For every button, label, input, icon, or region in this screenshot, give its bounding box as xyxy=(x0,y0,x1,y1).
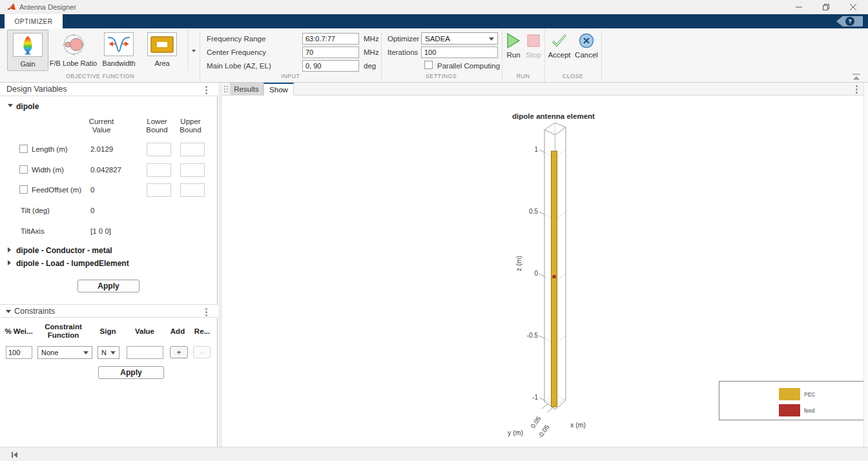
plot-legend: PEC feed xyxy=(719,381,868,420)
feedoffset-current-value: 0 xyxy=(90,186,94,194)
main-lobe-label: Main Lobe (AZ, EL) xyxy=(207,60,271,72)
col-upper-bound: Upper Bound xyxy=(176,118,205,134)
accept-label: Accept xyxy=(548,51,570,59)
objective-bandwidth-label: Bandwidth xyxy=(102,59,135,67)
col-constraint-function: Constraint Function xyxy=(37,323,90,340)
feedoffset-checkbox[interactable] xyxy=(19,185,28,194)
constraint-function-value: None xyxy=(41,349,58,356)
matlab-logo-icon xyxy=(6,3,17,12)
restore-button[interactable] xyxy=(816,0,836,14)
cancel-label: Cancel xyxy=(575,51,598,59)
dipole-strip xyxy=(552,151,557,407)
chevron-down-icon xyxy=(489,37,494,43)
window-title: Antenna Designer xyxy=(19,0,76,14)
col-current-value: Current Value xyxy=(83,118,120,134)
collapse-panel-icon[interactable] xyxy=(11,451,18,458)
tree-node-dipole[interactable]: dipole xyxy=(0,101,218,112)
z-axis-label: z (m) xyxy=(515,256,522,271)
tiltaxis-label: TiltAxis xyxy=(21,227,45,235)
kebab-menu-icon[interactable] xyxy=(205,86,207,88)
tab-optimizer[interactable]: OPTIMIZER xyxy=(5,14,63,28)
width-current-value: 0.042827 xyxy=(90,166,121,174)
constraint-value-input[interactable] xyxy=(127,346,163,359)
tree-node-conductor[interactable]: dipole - Conductor - metal xyxy=(0,245,218,256)
stop-icon xyxy=(527,33,540,48)
area-icon xyxy=(147,32,177,56)
z-tick-m1: -1 xyxy=(532,394,538,401)
width-checkbox[interactable] xyxy=(19,165,28,174)
tab-show[interactable]: Show xyxy=(264,83,294,96)
objective-bandwidth-button[interactable]: Bandwidth xyxy=(99,30,138,71)
y-tick-m0p05: -0.05 xyxy=(537,423,551,439)
close-window-button[interactable] xyxy=(843,0,863,14)
tab-show-label: Show xyxy=(269,86,288,94)
objective-gallery-dropdown[interactable] xyxy=(188,30,199,71)
section-divider xyxy=(200,30,200,82)
tree-node-load[interactable]: dipole - Load - lumpedElement xyxy=(0,258,218,269)
main-lobe-input[interactable] xyxy=(302,60,359,72)
width-upper-bound-input[interactable] xyxy=(180,163,205,177)
y-axis-label: y (m) xyxy=(508,429,523,436)
parallel-computing-label: Parallel Computing xyxy=(437,60,500,72)
sign-dropdown[interactable]: N xyxy=(98,346,119,359)
cancel-icon xyxy=(579,33,594,48)
close-section-label: CLOSE xyxy=(544,73,601,82)
collapse-triangle-icon[interactable] xyxy=(6,310,11,316)
objective-area-button[interactable]: Area xyxy=(140,30,185,71)
left-panel: Design Variables dipole Current Value Lo… xyxy=(0,83,218,447)
design-variables-apply-button[interactable]: Apply xyxy=(78,280,140,292)
help-icon: ? xyxy=(845,17,854,26)
center-frequency-input[interactable] xyxy=(302,46,359,58)
tab-results[interactable]: Results xyxy=(230,83,264,96)
width-lower-bound-input[interactable] xyxy=(147,163,171,177)
objective-area-label: Area xyxy=(154,59,169,67)
center-frequency-label: Center Frequency xyxy=(207,46,266,58)
parallel-computing-checkbox[interactable] xyxy=(424,61,433,69)
legend-swatch-feed xyxy=(779,404,800,416)
length-upper-bound-input[interactable] xyxy=(180,143,205,156)
viewer-panel: Results Show dipole antenna element xyxy=(222,83,863,447)
tree-node-dipole-label: dipole xyxy=(16,102,39,111)
z-tick-1: 1 xyxy=(534,146,538,153)
remove-constraint-button[interactable]: - xyxy=(193,346,211,358)
title-bar: Antenna Designer xyxy=(0,0,868,14)
constraints-apply-button[interactable]: Apply xyxy=(98,366,164,379)
collapse-triangle-icon xyxy=(8,104,13,110)
run-button[interactable]: Run xyxy=(504,33,522,59)
tab-optimizer-label: OPTIMIZER xyxy=(15,18,53,25)
kebab-menu-icon[interactable] xyxy=(856,85,858,87)
iterations-input[interactable] xyxy=(421,46,498,58)
width-label: Width (m) xyxy=(32,166,64,174)
kebab-menu-icon[interactable] xyxy=(205,308,207,310)
minimize-button[interactable] xyxy=(789,0,809,14)
antenna-3d-plot[interactable]: dipole antenna element xyxy=(452,103,646,446)
length-checkbox[interactable] xyxy=(19,145,28,153)
drag-handle[interactable] xyxy=(224,86,229,93)
accept-button[interactable]: Accept xyxy=(548,33,571,59)
constraint-function-dropdown[interactable]: None xyxy=(37,346,92,359)
sign-value: N xyxy=(101,349,107,356)
objective-fb-lobe-ratio-button[interactable]: F/B Lobe Ratio xyxy=(48,30,99,71)
status-bar xyxy=(0,447,868,461)
tree-node-load-label: dipole - Load - lumpedElement xyxy=(16,259,129,268)
design-variables-header: Design Variables xyxy=(0,83,218,96)
stop-button[interactable]: Stop xyxy=(524,33,543,59)
col-weight: % Wei... xyxy=(4,327,34,336)
vertical-scrollbar[interactable] xyxy=(863,83,868,447)
length-lower-bound-input[interactable] xyxy=(147,143,171,156)
collapse-ribbon-button[interactable] xyxy=(851,74,862,81)
add-constraint-button[interactable]: + xyxy=(170,346,188,358)
z-tick-m0p5: -0.5 xyxy=(527,332,539,339)
cancel-button[interactable]: Cancel xyxy=(575,33,598,59)
feedoffset-lower-bound-input[interactable] xyxy=(147,183,171,197)
z-tick-0: 0 xyxy=(534,270,538,277)
tilt-current-value: 0 xyxy=(90,207,94,214)
frequency-range-unit: MHz xyxy=(364,33,379,45)
legend-swatch-pec xyxy=(779,388,800,400)
frequency-range-input[interactable] xyxy=(302,33,359,45)
optimizer-dropdown[interactable]: SADEA xyxy=(421,32,498,45)
weight-input[interactable] xyxy=(6,346,32,359)
feedoffset-upper-bound-input[interactable] xyxy=(180,183,205,197)
legend-label-feed: feed xyxy=(804,407,815,414)
objective-gain-button[interactable]: Gain xyxy=(7,30,48,71)
